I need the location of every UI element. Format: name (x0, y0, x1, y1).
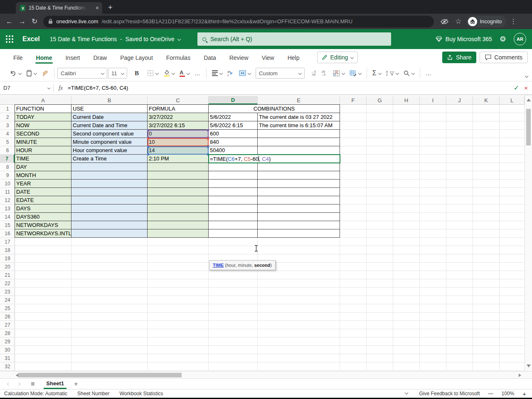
cell-D9[interactable] (209, 171, 258, 180)
menu-tab-help[interactable]: Help (281, 50, 306, 64)
cell-C12[interactable] (148, 196, 209, 204)
column-header-B[interactable]: B (71, 96, 148, 105)
row-header-7[interactable]: 7 (0, 155, 15, 163)
cell-C16[interactable] (148, 229, 209, 238)
ref-handle[interactable] (207, 129, 209, 131)
ref-handle[interactable] (147, 146, 149, 148)
cell-E11[interactable] (258, 188, 340, 196)
decrease-decimal-button[interactable]: ←0.00 (309, 67, 318, 79)
prev-sheet-icon[interactable] (7, 382, 10, 385)
sheet-tab-sheet1[interactable]: Sheet1 (44, 379, 66, 389)
cell-A4[interactable]: SECOND (15, 130, 71, 138)
ref-handle[interactable] (147, 153, 149, 155)
cell-E3[interactable]: The current time is 6:15:07 AM (258, 121, 340, 130)
cell-E2[interactable]: The current date is 03 27 2022 (258, 113, 340, 121)
column-header-J[interactable]: J (446, 96, 473, 105)
row-header-24[interactable]: 24 (0, 296, 15, 304)
zoom-level[interactable]: 100% (502, 391, 515, 397)
vertical-scroll-thumb[interactable] (526, 109, 531, 145)
column-header-G[interactable]: G (367, 96, 393, 105)
cell-D3[interactable]: 5/6/2022 6:15 (209, 121, 258, 130)
cell-A14[interactable]: DAYS360 (15, 213, 71, 221)
cell-D8[interactable] (209, 163, 258, 171)
cell-C7[interactable]: 2:10 PM (148, 155, 209, 163)
row-header-19[interactable]: 19 (0, 254, 15, 263)
number-format-select[interactable]: Custom (256, 68, 305, 79)
active-cell-D7[interactable]: =TIME(C6+7, C5-60, C4) (208, 154, 340, 163)
back-icon[interactable]: ← (6, 17, 13, 26)
row-header-6[interactable]: 6 (0, 146, 15, 155)
row-header-28[interactable]: 28 (0, 329, 15, 337)
menu-tab-home[interactable]: Home (30, 50, 59, 64)
cell-D16[interactable] (209, 229, 258, 238)
cell-A9[interactable]: MONTH (15, 171, 71, 180)
cell-A8[interactable]: DAY (15, 163, 71, 171)
row-header-15[interactable]: 15 (0, 221, 15, 229)
menu-tab-review[interactable]: Review (223, 50, 255, 64)
address-bar[interactable]: onedrive.live.com/edit.aspx?resid=563B1A… (43, 16, 434, 27)
browser-tab[interactable]: x 15 Date & Time Functions × (16, 2, 102, 14)
cell-A11[interactable]: DATE (15, 188, 71, 196)
cell-C13[interactable] (148, 204, 209, 213)
cell-D11[interactable] (209, 188, 258, 196)
cell-D4[interactable]: 600 (209, 130, 258, 138)
row-header-14[interactable]: 14 (0, 213, 15, 221)
cell-E9[interactable] (258, 171, 340, 180)
row-header-31[interactable]: 31 (0, 354, 15, 362)
cell-A7[interactable]: TIME (15, 155, 71, 163)
cell-C10[interactable] (148, 180, 209, 188)
gear-icon[interactable]: ⚙ (500, 34, 506, 44)
column-header-K[interactable]: K (473, 96, 500, 105)
row-header-20[interactable]: 20 (0, 263, 15, 271)
menu-tab-file[interactable]: File (7, 50, 30, 64)
ref-handle[interactable] (207, 138, 209, 140)
row-header-30[interactable]: 30 (0, 346, 15, 354)
row-header-9[interactable]: 9 (0, 171, 15, 180)
increase-decimal-button[interactable]: .00→0 (318, 67, 328, 79)
cell-B13[interactable] (71, 204, 148, 213)
cell-D12[interactable] (209, 196, 258, 204)
horizontal-scrollbar[interactable] (0, 371, 532, 379)
reload-icon[interactable]: ↻ (32, 17, 37, 26)
menu-tab-page-layout[interactable]: Page Layout (113, 50, 160, 64)
row-header-27[interactable]: 27 (0, 321, 15, 329)
cell-C8[interactable] (148, 163, 209, 171)
font-name-select[interactable]: Calibri (57, 68, 107, 79)
cell-A10[interactable]: YEAR (15, 180, 71, 188)
cell-A6[interactable]: HOUR (15, 146, 71, 155)
comments-button[interactable]: Comments (480, 52, 528, 63)
add-sheet-button[interactable]: + (74, 380, 78, 388)
app-launcher-icon[interactable] (6, 35, 13, 43)
cell-A5[interactable]: MINUTE (15, 138, 71, 146)
cell-E8[interactable] (258, 163, 340, 171)
merge-cells-button[interactable] (236, 67, 253, 79)
buy-microsoft-365-button[interactable]: Buy Microsoft 365 (436, 36, 492, 42)
row-header-17[interactable]: 17 (0, 238, 15, 246)
close-icon[interactable]: × (96, 5, 99, 11)
new-tab-button[interactable]: + (108, 3, 113, 12)
menu-tab-formulas[interactable]: Formulas (160, 50, 197, 64)
row-header-18[interactable]: 18 (0, 246, 15, 254)
scroll-down-arrow-icon[interactable] (527, 365, 531, 367)
cell-B4[interactable]: Second component value (71, 130, 148, 138)
row-header-25[interactable]: 25 (0, 304, 15, 313)
cell-E14[interactable] (258, 213, 340, 221)
cell-B9[interactable] (71, 171, 148, 180)
cell-D13[interactable] (209, 204, 258, 213)
row-header-12[interactable]: 12 (0, 196, 15, 204)
all-sheets-icon[interactable]: ≡ (31, 380, 34, 388)
more-ribbon-options-button[interactable]: … (423, 67, 434, 79)
row-header-10[interactable]: 10 (0, 180, 15, 188)
menu-tab-view[interactable]: View (255, 50, 281, 64)
forward-icon[interactable]: → (19, 17, 26, 26)
cell-D14[interactable] (209, 213, 258, 221)
menu-tab-insert[interactable]: Insert (59, 50, 86, 64)
cancel-entry-button[interactable]: × (524, 84, 528, 91)
cell-D15[interactable] (209, 221, 258, 229)
column-header-A[interactable]: A (15, 96, 71, 105)
row-header-32[interactable]: 32 (0, 362, 15, 371)
find-button[interactable] (401, 67, 417, 79)
cell-B1[interactable]: USE (71, 105, 148, 113)
cell-B11[interactable] (71, 188, 148, 196)
vertical-scrollbar[interactable] (525, 95, 532, 371)
